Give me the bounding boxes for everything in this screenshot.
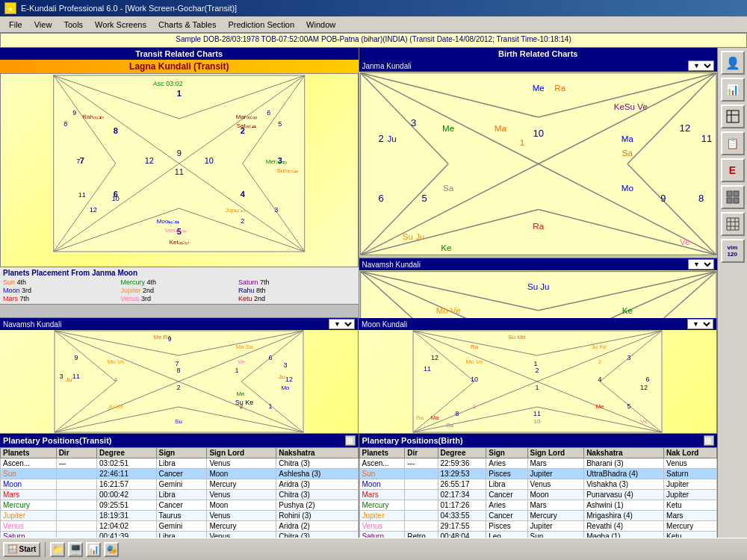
svg-text:12: 12: [679, 122, 690, 134]
toolbar-book-btn[interactable]: 📋: [721, 131, 745, 155]
transit-grid-icon[interactable]: ⊞: [345, 435, 356, 446]
cell-signlord: Venus: [527, 479, 584, 490]
cell-signlord: Mercury: [207, 479, 276, 490]
svg-text:Ve: Ve: [238, 358, 245, 365]
menu-charts-tables[interactable]: Charts & Tables: [152, 19, 222, 31]
toolbar-grid1-btn[interactable]: [721, 185, 745, 209]
table-row[interactable]: Jupiter 04:33:55 Cancer Mercury Mrigashi…: [359, 511, 717, 521]
cell-planet: Mercury: [359, 500, 405, 511]
cell-planet: Venus: [359, 521, 405, 532]
table-row[interactable]: Mars 02:17:34 Cancer Moon Punarvasu (4) …: [359, 490, 717, 500]
svg-text:Su Me: Su Me: [508, 334, 526, 340]
svg-text:11: 11: [533, 410, 541, 417]
birth-grid-icon[interactable]: ⊞: [704, 435, 714, 446]
svg-rect-198: [727, 218, 739, 230]
toolbar-e-btn[interactable]: E: [721, 158, 745, 182]
toolbar-grid2-btn[interactable]: [721, 212, 745, 236]
cell-nakshatra: Chitra (3): [276, 458, 358, 469]
placement-jupiter: Jupiter 2nd: [121, 287, 238, 294]
taskbar-app-2[interactable]: 🖥️: [68, 542, 83, 557]
navamsh-transit-title: Navamsh Kundali: [3, 320, 61, 329]
svg-text:4: 4: [241, 190, 246, 199]
col-naklord: Nak Lord: [664, 448, 717, 458]
janma-header: Janma Kundali ▼: [359, 60, 718, 72]
moon-transit: Moon Kundali ▼: [359, 318, 717, 433]
app-icon: ★: [4, 2, 16, 14]
svg-text:9: 9: [72, 109, 76, 116]
svg-rect-196: [727, 198, 732, 203]
col-signlord: Sign Lord: [207, 448, 276, 458]
svg-text:8: 8: [114, 126, 118, 135]
svg-text:12: 12: [640, 384, 648, 391]
table-row[interactable]: Mars 00:00:42 Libra Venus Chitra (3): [1, 490, 359, 500]
table-row[interactable]: Mercury 09:25:51 Cancer Moon Pushya (2): [1, 500, 359, 511]
cell-planet: Moon: [359, 479, 405, 490]
svg-text:6: 6: [645, 376, 649, 383]
menu-file[interactable]: File: [3, 19, 28, 31]
svg-text:KeSu Ve: KeSu Ve: [613, 102, 647, 111]
janma-dropdown[interactable]: ▼: [688, 60, 714, 71]
navamsh-transit-header: Navamsh Kundali ▼: [0, 318, 358, 330]
taskbar-app-1[interactable]: 📁: [50, 542, 65, 557]
cell-degree: 04:33:55: [438, 511, 486, 521]
table-row[interactable]: Mercury 01:17:26 Aries Mars Ashwini (1) …: [359, 500, 717, 511]
svg-text:Mo Ve: Mo Ve: [436, 305, 460, 315]
menu-work-screens[interactable]: Work Screens: [89, 19, 152, 31]
moon-transit-svg: Su Me Ju Ke 3 2 1 Mo Ve 12 11 2 10 4 9 8…: [359, 330, 716, 433]
placement-title: Planets Placement From Janma Moon: [3, 269, 356, 277]
cell-dir: [56, 500, 96, 511]
table-row[interactable]: Venus 12:04:02 Gemini Mercury Aridra (2): [1, 521, 359, 532]
svg-text:2: 2: [176, 384, 180, 391]
lagna-chart: 1 2 3 4 5 6 7 8 9 10 11 12: [0, 73, 359, 267]
table-row[interactable]: Venus 29:17:55 Pisces Jupiter Revathi (4…: [359, 521, 717, 532]
table-row[interactable]: Sun 13:29:53 Pisces Jupiter UttraBhadra …: [359, 469, 717, 479]
cell-sign: Aries: [486, 458, 527, 469]
cell-degree: 29:17:55: [438, 521, 486, 532]
navamsh-transit-dropdown[interactable]: ▼: [329, 319, 355, 329]
svg-text:Su Ke: Su Ke: [235, 399, 254, 406]
cell-planet: Sun: [359, 469, 405, 479]
cell-degree: 16:21:57: [97, 479, 156, 490]
svg-text:Ve: Ve: [640, 418, 648, 425]
table-row[interactable]: Moon 16:21:57 Gemini Mercury Aridra (3): [1, 479, 359, 490]
cell-dir: [56, 469, 96, 479]
table-row[interactable]: Moon 26:55:17 Libra Venus Vishakha (3) J…: [359, 479, 717, 490]
navamsh-birth-dropdown[interactable]: ▼: [688, 259, 714, 270]
table-row[interactable]: Ascen... --- 22:59:36 Aries Mars Bharani…: [359, 458, 717, 469]
svg-text:Ju Ke: Ju Ke: [592, 343, 607, 350]
cell-naklord: Mercury: [664, 521, 717, 532]
menu-window[interactable]: Window: [300, 19, 341, 31]
taskbar-app-4[interactable]: 🎭: [104, 542, 119, 557]
menu-tools[interactable]: Tools: [58, 19, 89, 31]
table-row[interactable]: Sun 22:46:11 Cancer Moon Ashlesha (3): [1, 469, 359, 479]
cell-planet: Venus: [1, 521, 57, 532]
svg-text:4: 4: [114, 376, 118, 383]
svg-text:1: 1: [235, 367, 238, 374]
svg-text:7: 7: [80, 156, 84, 165]
svg-text:1: 1: [177, 89, 182, 98]
janma-title: Janma Kundali: [362, 62, 412, 70]
cell-signlord: Mercury: [207, 521, 276, 532]
svg-text:Ju: Ju: [66, 376, 72, 383]
birth-section: Janma Kundali ▼: [359, 60, 718, 317]
moon-transit-dropdown[interactable]: ▼: [687, 319, 713, 329]
cell-sign: Cancer: [486, 511, 527, 521]
cell-nakshatra: Rohini (3): [276, 511, 358, 521]
menu-prediction[interactable]: Prediction Section: [222, 19, 300, 31]
lagna-svg: 1 2 3 4 5 6 7 8 9 10 11 12: [1, 74, 358, 253]
placement-venus: Venus 3rd: [121, 295, 238, 302]
cell-dir: [405, 511, 438, 521]
toolbar-vim-btn[interactable]: vim120: [721, 239, 745, 263]
table-row[interactable]: Jupiter 18:19:31 Taurus Venus Rohini (3): [1, 511, 359, 521]
svg-text:Moo₁₆:₂₁: Moo₁₆:₂₁: [157, 218, 179, 225]
menu-view[interactable]: View: [28, 19, 58, 31]
table-row[interactable]: Ascen... --- 03:02:51 Libra Venus Chitra…: [1, 458, 359, 469]
toolbar-table-btn[interactable]: [721, 105, 745, 128]
taskbar-app-3[interactable]: 📊: [86, 542, 101, 557]
start-button[interactable]: 🪟 Start: [3, 542, 40, 557]
taskbar-divider: [45, 542, 46, 557]
toolbar-person-btn[interactable]: 👤: [721, 51, 745, 75]
col-planets: Planets: [359, 448, 405, 458]
svg-text:Me: Me: [532, 83, 544, 93]
toolbar-chart-btn[interactable]: 📊: [721, 78, 745, 102]
